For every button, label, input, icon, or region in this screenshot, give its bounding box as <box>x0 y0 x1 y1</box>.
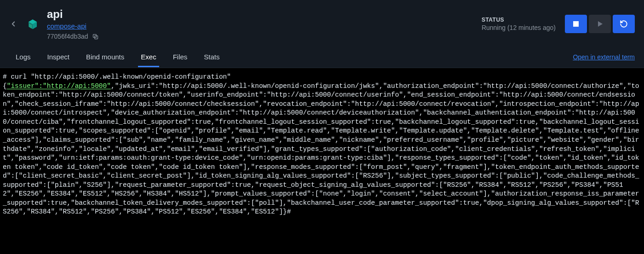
status-block: STATUS Running (12 minutes ago) <box>482 17 556 31</box>
terminal-highlight: "issuer":"http://api:5000" <box>7 82 111 90</box>
container-id: 77056f4db3ad <box>47 33 88 40</box>
svg-rect-8 <box>573 21 579 27</box>
compose-project-link[interactable]: compose-api <box>47 22 86 30</box>
terminal-prompt-line: # curl "http://api:5000/.well-known/open… <box>3 73 231 81</box>
tab-stats[interactable]: Stats <box>196 46 228 67</box>
tab-logs[interactable]: Logs <box>7 46 39 67</box>
status-label: STATUS <box>482 17 556 23</box>
copy-id-button[interactable] <box>92 33 99 40</box>
start-button[interactable] <box>589 15 611 33</box>
restart-button[interactable] <box>613 15 635 33</box>
container-icon <box>26 17 40 31</box>
tabs-row: Logs Inspect Bind mounts Exec Files Stat… <box>0 46 644 68</box>
terminal-output[interactable]: # curl "http://api:5000/.well-known/open… <box>0 68 644 254</box>
container-controls <box>565 15 635 33</box>
svg-marker-9 <box>598 21 603 27</box>
status-text: Running (12 minutes ago) <box>482 24 556 31</box>
tab-inspect[interactable]: Inspect <box>39 46 78 67</box>
container-header: api compose-api 77056f4db3ad STATUS Runn… <box>0 0 644 46</box>
title-block: api compose-api 77056f4db3ad <box>47 8 482 40</box>
terminal-body: ,"jwks_uri":"http://api:5000/.well-known… <box>3 82 639 216</box>
container-name: api <box>47 8 482 21</box>
tab-files[interactable]: Files <box>165 46 196 67</box>
open-external-terminal-link[interactable]: Open in external term <box>573 53 637 61</box>
stop-button[interactable] <box>565 15 587 33</box>
tab-exec[interactable]: Exec <box>132 46 164 67</box>
tab-bind-mounts[interactable]: Bind mounts <box>78 46 132 67</box>
back-button[interactable] <box>9 20 17 28</box>
